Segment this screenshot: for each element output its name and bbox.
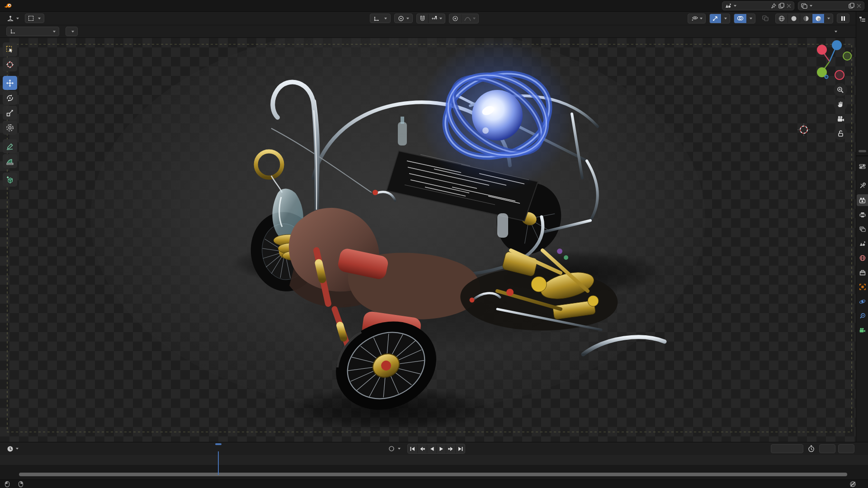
properties-tab-object-data[interactable] xyxy=(857,324,868,336)
viewport-3d[interactable] xyxy=(0,38,856,442)
playhead-line[interactable] xyxy=(218,451,219,475)
current-frame-field[interactable] xyxy=(771,444,803,453)
chevron-down-icon xyxy=(384,18,387,19)
pivot-point-dropdown[interactable] xyxy=(394,14,413,23)
show-gizmo-toggle[interactable] xyxy=(710,14,721,23)
timeline-scrollbar[interactable] xyxy=(19,473,847,476)
properties-tab-object[interactable] xyxy=(857,281,868,293)
timeline-editor-type-button[interactable] xyxy=(4,444,22,454)
shading-wireframe-button[interactable] xyxy=(776,14,788,23)
camera-view-button[interactable] xyxy=(834,112,847,126)
outliner-scrollbar[interactable] xyxy=(859,150,866,152)
frame-start-field[interactable] xyxy=(819,444,835,453)
xray-toggle[interactable] xyxy=(759,14,772,23)
tool-settings-bar xyxy=(0,25,856,38)
frame-end-field[interactable] xyxy=(838,444,854,453)
stopwatch-icon xyxy=(808,445,815,452)
mode-dropdown[interactable] xyxy=(25,14,44,23)
scene-icon xyxy=(725,3,731,9)
tool-measure[interactable] xyxy=(3,154,17,168)
play-button[interactable] xyxy=(436,444,446,453)
tool-add-cube[interactable] xyxy=(3,173,17,187)
properties-tab-physics[interactable] xyxy=(857,296,868,307)
properties-tab-tool[interactable] xyxy=(857,180,868,192)
lock-view-button[interactable] xyxy=(834,127,847,140)
gizmo-axis-z-neg[interactable] xyxy=(825,75,828,79)
properties-tab-view-layer[interactable] xyxy=(857,223,868,235)
timeline-track-area[interactable] xyxy=(0,465,868,480)
overlays-dropdown[interactable] xyxy=(746,14,755,23)
orientation-dropdown[interactable] xyxy=(6,27,59,36)
pin-icon[interactable] xyxy=(771,3,776,9)
playhead-frame-badge[interactable] xyxy=(215,443,222,445)
render-pause-button[interactable] xyxy=(837,14,849,23)
add-workspace-button[interactable] xyxy=(25,5,32,7)
drag-dropdown[interactable] xyxy=(66,27,78,36)
jump-to-end-button[interactable] xyxy=(455,444,465,453)
tool-move[interactable] xyxy=(3,76,17,90)
gizmo-axis-z[interactable] xyxy=(832,40,842,50)
properties-tab-world[interactable] xyxy=(857,252,868,264)
properties-editor-button[interactable] xyxy=(856,161,868,172)
remove-viewlayer-icon[interactable] xyxy=(857,4,861,8)
object-visibility-dropdown[interactable] xyxy=(688,14,705,23)
network-offline-icon[interactable] xyxy=(849,481,856,488)
proportional-falloff-dropdown[interactable] xyxy=(461,14,478,23)
pan-button[interactable] xyxy=(834,98,847,111)
show-overlays-toggle[interactable] xyxy=(734,14,746,23)
gizmo-dropdown[interactable] xyxy=(721,14,730,23)
shading-group xyxy=(775,14,833,23)
shading-wireframe-icon xyxy=(778,15,785,22)
new-scene-icon[interactable] xyxy=(778,3,784,9)
properties-tab-scene[interactable] xyxy=(857,238,868,249)
gizmo-axis-x[interactable] xyxy=(817,45,827,55)
properties-tab-constraints[interactable] xyxy=(857,310,868,322)
snap-target-dropdown[interactable] xyxy=(428,14,445,23)
shading-material-button[interactable] xyxy=(800,14,812,23)
shading-dropdown[interactable] xyxy=(824,14,833,23)
scene-selector[interactable] xyxy=(722,1,794,10)
properties-tab-collection[interactable] xyxy=(857,267,868,278)
properties-tab-output[interactable] xyxy=(857,209,868,221)
visibility-eye-icon xyxy=(691,15,698,21)
viewlayer-selector[interactable] xyxy=(798,1,864,10)
previous-keyframe-button[interactable] xyxy=(417,444,427,453)
proportional-edit-toggle[interactable] xyxy=(449,14,461,23)
gizmo-group xyxy=(709,14,730,23)
snap-toggle[interactable] xyxy=(417,14,428,23)
new-viewlayer-icon[interactable] xyxy=(849,3,854,9)
auto-keying-group[interactable] xyxy=(385,444,404,454)
pivot-icon xyxy=(398,15,404,22)
snap-increment-icon xyxy=(431,16,438,21)
tool-rotate[interactable] xyxy=(3,91,17,105)
shading-solid-button[interactable] xyxy=(788,14,800,23)
outliner-editor-button[interactable] xyxy=(856,14,868,24)
tool-annotate[interactable] xyxy=(3,139,17,153)
properties-tab-render[interactable] xyxy=(857,194,868,206)
editor-type-button[interactable] xyxy=(4,14,22,23)
tool-cursor[interactable] xyxy=(3,57,17,71)
options-dropdown[interactable] xyxy=(829,27,840,36)
next-keyframe-button[interactable] xyxy=(446,444,455,453)
tool-transform[interactable] xyxy=(3,121,17,135)
shading-rendered-button[interactable] xyxy=(812,14,824,23)
chevron-down-icon xyxy=(406,18,409,19)
mouse-hint-resize xyxy=(5,481,12,488)
frame-range-controls xyxy=(771,444,854,454)
blender-logo-icon[interactable] xyxy=(4,3,12,9)
jump-to-start-button[interactable] xyxy=(408,444,417,453)
navigation-gizmo[interactable] xyxy=(809,40,854,80)
use-preview-range-button[interactable] xyxy=(806,444,816,454)
editor-divider[interactable] xyxy=(856,155,868,156)
transform-orientation-dropdown[interactable] xyxy=(370,14,391,23)
zoom-button[interactable] xyxy=(834,83,847,97)
tool-scale[interactable] xyxy=(3,106,17,120)
chevron-down-icon xyxy=(71,31,74,33)
shading-solid-icon xyxy=(791,15,797,22)
chevron-down-icon xyxy=(398,448,401,450)
gizmo-axis-y-neg[interactable] xyxy=(843,52,851,60)
gizmo-axis-x-neg[interactable] xyxy=(835,70,844,80)
play-reverse-button[interactable] xyxy=(427,444,436,453)
tool-select-box[interactable] xyxy=(3,42,17,56)
timeline-ruler[interactable] xyxy=(0,455,868,465)
